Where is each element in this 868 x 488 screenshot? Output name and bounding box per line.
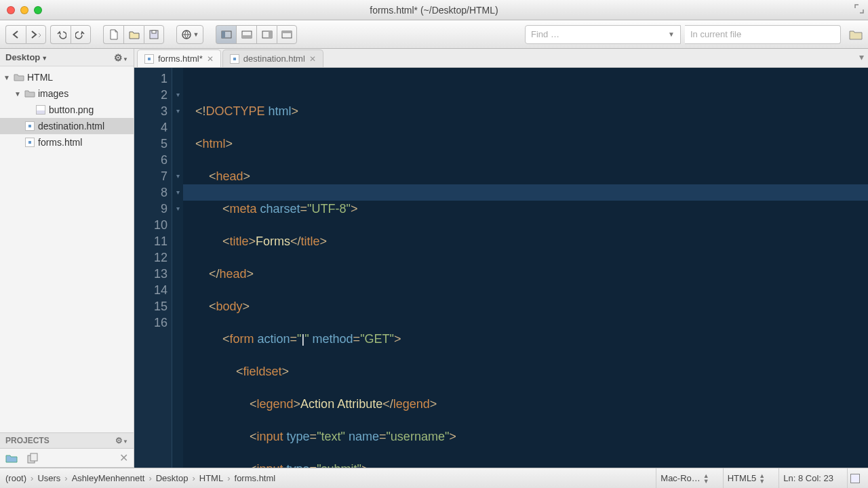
duplicate-project-icon[interactable] bbox=[27, 453, 39, 464]
cursor-position: Ln: 8 Col: 23 bbox=[778, 468, 837, 489]
back-button[interactable] bbox=[5, 25, 26, 44]
find-scope-select[interactable]: In current file bbox=[685, 25, 841, 44]
layout-right-button[interactable] bbox=[256, 25, 277, 44]
projects-toolbar: ✕ bbox=[0, 449, 134, 468]
toolbar: ▼ Find … ▼ In current file bbox=[0, 20, 868, 49]
fold-column: ▾▾▾▾▾ bbox=[172, 68, 183, 468]
new-file-button[interactable] bbox=[103, 25, 123, 44]
tree-file-button-png[interactable]: button.png bbox=[0, 102, 134, 118]
dropdown-icon: ▼ bbox=[668, 30, 675, 38]
svg-rect-10 bbox=[282, 31, 292, 33]
titlebar: forms.html* (~/Desktop/HTML) bbox=[0, 0, 868, 20]
close-tab-icon[interactable]: ✕ bbox=[309, 54, 316, 64]
layout-bottom-button[interactable] bbox=[236, 25, 256, 44]
tab-bar: forms.html* ✕ destination.html ✕ ▾ bbox=[134, 49, 868, 68]
forward-button[interactable] bbox=[26, 25, 46, 44]
breadcrumbs[interactable]: (root)› Users› AshleyMenhennett› Desktop… bbox=[5, 473, 275, 483]
svg-rect-6 bbox=[242, 35, 252, 38]
window-title: forms.html* (~/Desktop/HTML) bbox=[0, 5, 868, 16]
encoding-select[interactable]: Mac-Ro…▲▼ bbox=[656, 468, 713, 489]
tab-destination[interactable]: destination.html ✕ bbox=[222, 49, 323, 67]
gear-icon[interactable]: ⚙▼ bbox=[114, 52, 128, 63]
layout-console-button[interactable] bbox=[277, 25, 297, 44]
svg-rect-12 bbox=[31, 453, 37, 461]
fullscreen-icon[interactable] bbox=[854, 4, 864, 14]
tab-forms[interactable]: forms.html* ✕ bbox=[137, 49, 221, 67]
tree-folder-html[interactable]: ▼ HTML bbox=[0, 69, 134, 85]
minimize-window-button[interactable] bbox=[20, 6, 28, 14]
svg-rect-8 bbox=[269, 31, 272, 38]
preview-button[interactable]: ▼ bbox=[176, 25, 203, 44]
tab-overflow-icon[interactable]: ▾ bbox=[859, 52, 864, 62]
open-file-button[interactable] bbox=[123, 25, 144, 44]
sidebar: Desktop▼ ⚙▼ ▼ HTML ▼ images button.png d… bbox=[0, 49, 134, 468]
layout-left-button[interactable] bbox=[216, 25, 236, 44]
editor: forms.html* ✕ destination.html ✕ ▾ 12345… bbox=[134, 49, 868, 468]
svg-rect-4 bbox=[222, 31, 225, 38]
file-tree: ▼ HTML ▼ images button.png destination.h… bbox=[0, 66, 134, 432]
current-line-highlight bbox=[183, 184, 868, 201]
reveal-folder-button[interactable] bbox=[849, 29, 863, 40]
find-placeholder: Find … bbox=[531, 29, 559, 39]
close-project-icon[interactable]: ✕ bbox=[119, 451, 128, 464]
tree-folder-images[interactable]: ▼ images bbox=[0, 85, 134, 102]
svg-rect-1 bbox=[152, 30, 156, 33]
zoom-window-button[interactable] bbox=[34, 6, 42, 14]
projects-heading[interactable]: PROJECTS ⚙▼ bbox=[0, 432, 134, 449]
undo-button[interactable] bbox=[50, 25, 71, 44]
redo-button[interactable] bbox=[71, 25, 91, 44]
code-area[interactable]: 12345678910111213141516 ▾▾▾▾▾ <!DOCTYPE … bbox=[134, 68, 868, 468]
open-project-icon[interactable] bbox=[5, 453, 18, 463]
find-scope-label: In current file bbox=[690, 29, 741, 39]
status-indicator-icon[interactable] bbox=[847, 468, 863, 489]
traffic-lights bbox=[0, 6, 42, 14]
save-button[interactable] bbox=[144, 25, 164, 44]
close-tab-icon[interactable]: ✕ bbox=[207, 54, 214, 64]
code-text[interactable]: <!DOCTYPE html> <html> <head> <meta char… bbox=[183, 68, 868, 468]
status-bar: (root)› Users› AshleyMenhennett› Desktop… bbox=[0, 468, 868, 488]
tree-file-destination[interactable]: destination.html bbox=[0, 118, 134, 134]
find-input[interactable]: Find … ▼ bbox=[525, 25, 681, 44]
gear-icon[interactable]: ⚙▼ bbox=[115, 436, 128, 445]
sidebar-heading[interactable]: Desktop▼ ⚙▼ bbox=[0, 49, 134, 66]
line-gutter: 12345678910111213141516 bbox=[134, 68, 172, 468]
close-window-button[interactable] bbox=[7, 6, 15, 14]
language-select[interactable]: HTML5▲▼ bbox=[723, 468, 770, 489]
tree-file-forms[interactable]: forms.html bbox=[0, 134, 134, 150]
